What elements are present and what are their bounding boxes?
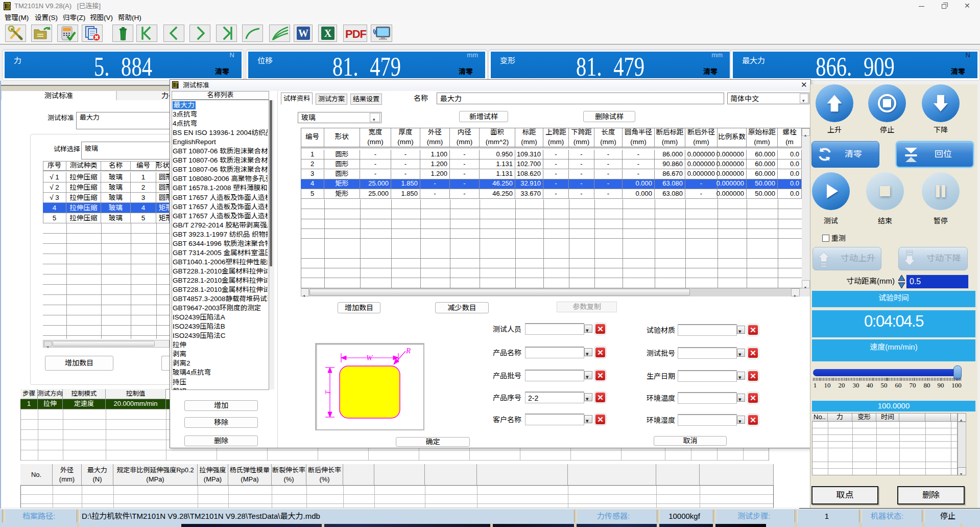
svg-text:T: T (324, 389, 332, 395)
svg-text:X: X (324, 28, 331, 39)
svg-text:W: W (298, 28, 308, 39)
svg-text:PDF: PDF (345, 28, 367, 40)
